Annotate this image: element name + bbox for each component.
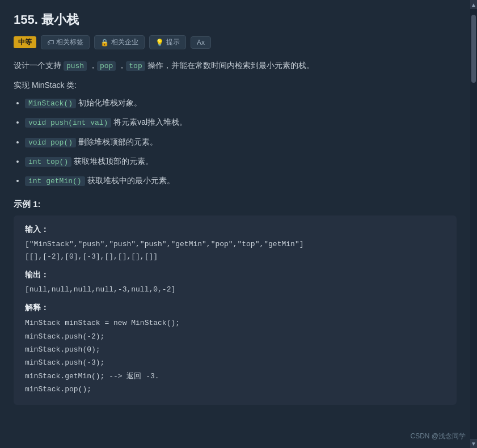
- explanation-code: MinStack minStack = new MinStack(); minS…: [25, 316, 445, 396]
- hint-button[interactable]: 💡 提示: [149, 35, 186, 49]
- explanation-line-5: minStack.pop();: [25, 383, 445, 396]
- list-item: MinStack() 初始化堆栈对象。: [25, 96, 457, 110]
- explanation-line-0: MinStack minStack = new MinStack();: [25, 316, 445, 329]
- main-content: 155. 最小栈 中等 🏷 相关标签 🔒 相关企业 💡 提示 Ax 设计一个支持…: [0, 0, 470, 448]
- output-value: [null,null,null,null,-3,null,0,-2]: [25, 284, 445, 296]
- method-code-2: void pop(): [25, 138, 76, 147]
- input-line-1: ["MinStack","push","push","push","getMin…: [25, 238, 445, 251]
- related-companies-button[interactable]: 🔒 相关企业: [94, 35, 145, 49]
- explanation-line-4: minStack.getMin(); --> 返回 -3.: [25, 370, 445, 383]
- explanation-line-2: minStack.push(0);: [25, 343, 445, 356]
- watermark: CSDN @浅念同学: [410, 432, 466, 441]
- code-top: top: [126, 61, 145, 71]
- explanation-label: 解释：: [25, 303, 445, 313]
- font-button[interactable]: Ax: [191, 36, 211, 49]
- input-label: 输入：: [25, 225, 445, 235]
- list-item: void push(int val) 将元素val推入堆栈。: [25, 116, 457, 129]
- method-desc-2: 删除堆栈顶部的元素。: [78, 137, 158, 146]
- method-desc-3: 获取堆栈顶部的元素。: [74, 157, 153, 166]
- problem-description: 设计一个支持 push ，pop ，top 操作，并能在常数时间内检索到最小元素…: [14, 58, 457, 73]
- explanation-line-1: minStack.push(-2);: [25, 330, 445, 343]
- example-title: 示例 1:: [14, 199, 457, 210]
- method-code-4: int getMin(): [25, 176, 85, 186]
- list-item: void pop() 删除堆栈顶部的元素。: [25, 136, 457, 149]
- method-desc-4: 获取堆栈中的最小元素。: [87, 176, 175, 185]
- scrollbar[interactable]: ▲ ▼: [470, 0, 477, 448]
- code-pop: pop: [97, 61, 116, 71]
- output-label: 输出：: [25, 270, 445, 280]
- method-desc-0: 初始化堆栈对象。: [78, 98, 142, 107]
- tag-icon: 🏷: [47, 39, 54, 47]
- list-item: int top() 获取堆栈顶部的元素。: [25, 155, 457, 168]
- scroll-up-arrow[interactable]: ▲: [470, 0, 477, 9]
- scrollbar-track[interactable]: [471, 9, 476, 439]
- output-code: [null,null,null,null,-3,null,0,-2]: [25, 284, 445, 296]
- method-desc-1: 将元素val推入堆栈。: [113, 117, 187, 126]
- input-line-2: [[],[-2],[0],[-3],[],[],[],[]]: [25, 251, 445, 263]
- tags-row: 中等 🏷 相关标签 🔒 相关企业 💡 提示 Ax: [14, 35, 457, 49]
- page-container: 155. 最小栈 中等 🏷 相关标签 🔒 相关企业 💡 提示 Ax 设计一个支持…: [0, 0, 477, 448]
- list-item: int getMin() 获取堆栈中的最小元素。: [25, 174, 457, 188]
- scroll-down-arrow[interactable]: ▼: [470, 439, 477, 448]
- method-code-1: void push(int val): [25, 118, 111, 128]
- hint-icon: 💡: [155, 39, 164, 47]
- example-box: 输入： ["MinStack","push","push","push","ge…: [14, 215, 457, 405]
- method-code-0: MinStack(): [25, 99, 76, 108]
- explanation-line-3: minStack.push(-3);: [25, 356, 445, 369]
- problem-title: 155. 最小栈: [14, 11, 457, 28]
- method-list: MinStack() 初始化堆栈对象。 void push(int val) 将…: [14, 96, 457, 187]
- difficulty-badge: 中等: [14, 36, 36, 48]
- related-tags-button[interactable]: 🏷 相关标签: [41, 35, 90, 49]
- lock-icon: 🔒: [100, 39, 109, 47]
- code-push: push: [64, 61, 87, 71]
- implement-label: 实现 MinStack 类:: [14, 81, 457, 91]
- scrollbar-thumb[interactable]: [471, 15, 476, 83]
- input-code: ["MinStack","push","push","push","getMin…: [25, 238, 445, 263]
- method-code-3: int top(): [25, 157, 71, 167]
